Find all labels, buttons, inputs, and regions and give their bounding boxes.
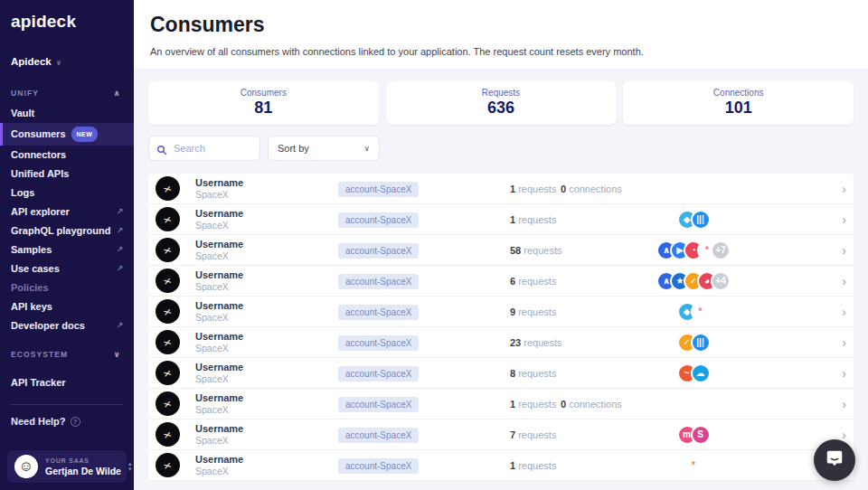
- consumer-row[interactable]: × Username SpaceX account-SpaceX 7 reque…: [148, 419, 854, 450]
- sidebar-item-label: Use cases: [11, 263, 60, 275]
- consumer-row[interactable]: × Username SpaceX account-SpaceX 58 requ…: [148, 235, 854, 266]
- sidebar-item-developer-docs[interactable]: Developer docs↗: [0, 316, 134, 335]
- chevron-right-icon[interactable]: ›: [826, 212, 846, 227]
- consumer-name-cell: Username SpaceX: [195, 454, 338, 476]
- sidebar-item-label: Logs: [11, 187, 34, 199]
- page-content: Consumers 81 Requests 636 Connections 10…: [134, 69, 868, 490]
- spacex-logo-icon: ×: [162, 182, 174, 194]
- account-badge: account-SpaceX: [338, 366, 419, 382]
- consumer-application: SpaceX: [195, 250, 338, 261]
- section-ecosystem[interactable]: ECOSYSTEM ∨: [0, 335, 134, 365]
- sidebar-item-logs[interactable]: Logs: [0, 184, 134, 203]
- consumer-avatar: ×: [156, 176, 180, 201]
- sort-by-dropdown[interactable]: Sort by ∨: [268, 136, 380, 161]
- requests-cell: 1 requests: [510, 399, 561, 410]
- sidebar-item-connectors[interactable]: Connectors: [0, 146, 134, 165]
- consumer-row[interactable]: × Username SpaceX account-SpaceX 1 reque…: [148, 174, 854, 204]
- user-account-switcher[interactable]: ☺ YOUR SAAS Gertjan De Wilde ▴▾: [7, 450, 127, 483]
- spacex-logo-icon: ×: [162, 305, 174, 317]
- requests-label: requests: [518, 368, 556, 379]
- requests-label: requests: [524, 245, 561, 256]
- chat-launcher-button[interactable]: [814, 439, 855, 481]
- chevron-down-icon: ∨: [56, 59, 62, 67]
- requests-cell: 8 requests: [510, 368, 561, 379]
- help-circle-icon: ?: [71, 417, 80, 427]
- user-avatar: ☺: [14, 455, 38, 478]
- chevron-right-icon[interactable]: ›: [826, 366, 846, 381]
- sidebar-nav-ecosystem: API Tracker: [0, 365, 134, 392]
- requests-cell: 1 requests: [510, 184, 561, 194]
- consumer-row[interactable]: × Username SpaceX account-SpaceX 1 reque…: [148, 389, 854, 419]
- requests-label: requests: [518, 276, 556, 287]
- consumer-row[interactable]: × Username SpaceX account-SpaceX 1 reque…: [148, 450, 854, 481]
- list-controls: Sort by ∨: [148, 136, 854, 161]
- spacex-logo-icon: ×: [162, 428, 174, 440]
- requests-cell: 1 requests: [510, 214, 561, 225]
- consumer-name-cell: Username SpaceX: [195, 239, 338, 261]
- sidebar-item-label: GraphQL playground: [11, 225, 110, 237]
- select-carets-icon: ▴▾: [128, 461, 132, 472]
- chevron-right-icon[interactable]: ›: [826, 305, 846, 319]
- chevron-right-icon[interactable]: ›: [826, 182, 846, 196]
- new-badge: NEW: [71, 127, 99, 142]
- page-header: Consumers An overview of all consumers w…: [134, 0, 868, 69]
- chevron-right-icon[interactable]: ›: [826, 243, 846, 258]
- consumer-row[interactable]: × Username SpaceX account-SpaceX 6 reque…: [148, 266, 854, 297]
- account-badge: account-SpaceX: [338, 335, 419, 351]
- consumer-row[interactable]: × Username SpaceX account-SpaceX 1 reque…: [148, 204, 854, 235]
- chevron-right-icon[interactable]: ›: [826, 274, 846, 288]
- requests-count: 9: [510, 306, 515, 317]
- consumer-row[interactable]: × Username SpaceX account-SpaceX 23 requ…: [148, 327, 854, 358]
- sidebar-item-api-explorer[interactable]: API explorer↗: [0, 203, 134, 221]
- consumer-name-cell: Username SpaceX: [195, 300, 338, 323]
- requests-count: 1: [510, 460, 515, 471]
- sidebar-item-policies[interactable]: Policies: [0, 278, 134, 297]
- account-cell: account-SpaceX: [338, 364, 510, 382]
- sidebar-item-label: Policies: [11, 282, 49, 294]
- need-help-link[interactable]: Need Help? ?: [0, 405, 134, 438]
- sidebar-item-samples[interactable]: Samples↗: [0, 240, 134, 259]
- spacex-logo-icon: ×: [162, 397, 174, 410]
- workspace-selector[interactable]: Apideck ∨: [0, 32, 134, 67]
- consumer-row[interactable]: × Username SpaceX account-SpaceX 8 reque…: [148, 358, 854, 389]
- account-cell: account-SpaceX: [338, 334, 510, 351]
- sidebar-item-label: Developer docs: [11, 320, 85, 332]
- sidebar-item-label: API explorer: [11, 206, 70, 218]
- apideck-logo: apideck: [0, 0, 134, 32]
- sidebar-item-use-cases[interactable]: Use cases↗: [0, 259, 134, 278]
- connections-label: connections: [569, 399, 622, 410]
- chevron-right-icon[interactable]: ›: [826, 397, 846, 411]
- workspace-name: Apideck: [11, 56, 52, 67]
- consumer-name: Username: [195, 239, 338, 250]
- requests-count: 58: [510, 245, 521, 256]
- sidebar-item-vault[interactable]: Vault: [0, 104, 134, 123]
- spacex-logo-icon: ×: [162, 243, 174, 256]
- account-cell: account-SpaceX: [338, 303, 510, 320]
- requests-label: requests: [518, 399, 556, 410]
- chevron-right-icon[interactable]: ›: [826, 335, 846, 350]
- account-cell: account-SpaceX: [338, 211, 510, 228]
- more-connections-badge: +7: [711, 240, 731, 260]
- consumer-name: Username: [195, 423, 338, 434]
- consumer-name: Username: [195, 300, 338, 311]
- consumer-row[interactable]: × Username SpaceX account-SpaceX 9 reque…: [148, 297, 854, 327]
- salesforce-icon: ☁: [691, 363, 711, 383]
- consumer-name-cell: Username SpaceX: [195, 392, 338, 415]
- stat-card-consumers: Consumers 81: [148, 81, 379, 125]
- section-unify-label: UNIFY: [11, 89, 39, 98]
- sidebar-nav-unify: VaultConsumersNEWConnectorsUnified APIsL…: [0, 104, 134, 335]
- spacex-logo-icon: ×: [162, 335, 174, 348]
- section-unify[interactable]: UNIFY ∧: [0, 67, 134, 104]
- sidebar-item-unified-apis[interactable]: Unified APIs: [0, 165, 134, 184]
- sidebar-item-consumers[interactable]: ConsumersNEW: [0, 123, 134, 146]
- account-badge: account-SpaceX: [338, 274, 419, 289]
- chevron-up-icon: ∧: [114, 89, 121, 98]
- sidebar-item-api-keys[interactable]: API keys: [0, 297, 134, 316]
- requests-label: requests: [518, 460, 556, 471]
- requests-count: 1: [510, 184, 515, 194]
- sidebar-item-graphql-playground[interactable]: GraphQL playground↗: [0, 221, 134, 240]
- consumer-name-cell: Username SpaceX: [195, 177, 338, 200]
- consumer-application: SpaceX: [195, 281, 338, 292]
- sidebar-item-api-tracker[interactable]: API Tracker: [0, 373, 134, 392]
- consumer-name: Username: [195, 392, 338, 403]
